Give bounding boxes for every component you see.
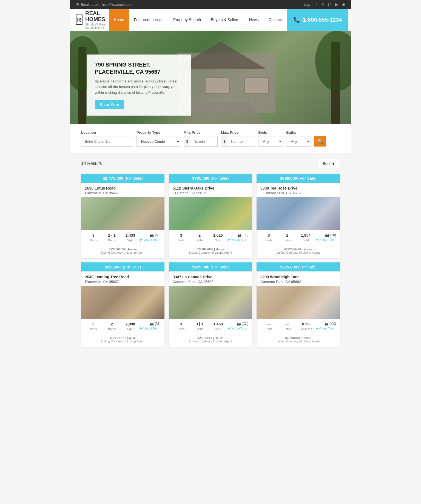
listing-city: Placerville, CA 95667 <box>85 191 161 195</box>
listing-courtesy: Listing Courtesy of Listing Agent <box>85 251 161 254</box>
listing-price: $735,000 <box>192 176 209 181</box>
nav-item-search[interactable]: Property Search <box>168 9 206 31</box>
location-field: Location <box>81 130 133 147</box>
logo-name: REALHOMES <box>85 10 109 22</box>
phone-button[interactable]: 📞 1-800-555-1234 <box>287 9 348 31</box>
baths-value: 2 <box>191 233 208 237</box>
listing-price-bar: $425,000 (For Sale) <box>169 262 252 271</box>
login-link[interactable]: → Login <box>299 2 312 7</box>
stat-baths: 2 | 1 Baths <box>103 233 120 242</box>
listing-info: 3299 Woodleigh Lane Cameron Park, CA 956… <box>257 271 340 284</box>
listing-card: $425,000 (For Sale) 3347 La Canada Drive… <box>169 262 252 347</box>
listing-image-placeholder <box>257 286 340 319</box>
listing-sale-tag: (For Sale) <box>210 265 229 269</box>
listing-courtesy: Listing Courtesy of Listing Agent <box>260 251 336 254</box>
property-type-label: Property Type <box>136 130 180 134</box>
listing-price: $225,000 <box>280 265 297 269</box>
login-label: Login <box>304 2 312 7</box>
hero-address: 790 SPRING STREET, PLACERVILLE, CA 95667 <box>95 61 183 75</box>
stat-beds: 3 Beds <box>173 322 189 331</box>
listing-card: $1,475,000 (For Sale) 1630 Lotus Road Pl… <box>81 174 164 258</box>
listing-image-placeholder <box>81 286 164 319</box>
listing-address: 3347 La Canada Drive <box>173 275 248 279</box>
listing-stats: 3 Beds 2 | 1 Baths 2,433 SqFt 📷 (59) <box>81 230 164 245</box>
virtual-tour-link[interactable]: ▶ Virtual Tour <box>140 238 161 241</box>
camera-icon: 📷 <box>325 322 329 326</box>
login-icon: → <box>299 2 303 7</box>
listing-card: $735,000 (For Sale) 5112 Sierra Oaks Dri… <box>169 174 252 258</box>
virtual-tour-link[interactable]: ▶ Virtual Tour <box>140 327 161 330</box>
listing-mls: #222062069 | House <box>173 248 248 251</box>
sort-button[interactable]: Sort ▼ <box>318 159 340 168</box>
play-icon: ▶ <box>228 238 230 241</box>
virtual-tour-link[interactable]: ▶ Virtual Tour <box>228 327 248 330</box>
listing-mls: #222XXXX | House <box>260 336 336 340</box>
search-icon: 🔍 <box>317 138 323 144</box>
max-price-wrap: $ <box>221 136 255 147</box>
rss-icon[interactable]: ◉ <box>342 2 345 7</box>
results-header: 14 Results Sort ▼ <box>81 159 340 168</box>
max-price-symbol: $ <box>221 136 227 147</box>
play-icon: ▶ <box>228 327 230 330</box>
photo-count: 📷 (59) <box>140 233 161 237</box>
listing-price: $1,475,000 <box>103 176 123 181</box>
listing-image[interactable] <box>169 197 252 230</box>
location-input[interactable] <box>81 136 133 147</box>
listing-city: Cameron Park, CA 95682 <box>173 280 248 284</box>
stat-baths: — Baths <box>279 322 295 331</box>
max-price-input[interactable] <box>227 136 255 147</box>
listing-image[interactable] <box>169 286 252 319</box>
listing-image[interactable] <box>257 197 340 230</box>
play-icon: ▶ <box>316 238 318 241</box>
listing-info: 2649 Leaning Tree Road Placerville, CA 9… <box>81 271 164 284</box>
virtual-tour-link[interactable]: ▶ Virtual Tour <box>228 238 248 241</box>
listing-footer: #222XXXX | House Listing Courtesy of Lis… <box>257 334 340 347</box>
stat-beds: — Beds <box>260 322 277 331</box>
baths-value: — <box>279 322 295 326</box>
nav-item-news[interactable]: News <box>244 9 264 31</box>
nav-item-home[interactable]: Home <box>109 9 129 31</box>
listing-city: El Dorado, CA 95623 <box>173 191 248 195</box>
virtual-tour-link[interactable]: ▶ Virtual Tour <box>316 238 336 241</box>
nav-item-buyers[interactable]: Buyers & Sellers <box>206 9 244 31</box>
property-type-select[interactable]: House / Condo House Condo Apartment Land <box>136 136 180 147</box>
nav-item-featured[interactable]: Featured Listings <box>129 9 168 31</box>
virtual-tour-label: Virtual Tour <box>319 327 334 330</box>
listing-price-bar: $620,000 (For Sale) <box>81 262 164 271</box>
listing-footer: #222XXXX | House Listing Courtesy of Lis… <box>81 334 164 347</box>
stat-photos: 📷 (31) ▶ Virtual Tour <box>140 322 161 330</box>
virtual-tour-link[interactable]: ▶ Virtual Tour <box>316 327 336 330</box>
listing-image[interactable] <box>257 286 340 319</box>
listing-city: El Dorado Hills, CA 95762 <box>260 191 336 195</box>
baths-select[interactable]: Any12345+ <box>286 136 311 147</box>
listing-stats: 3 Beds 2 Baths 1,954 SqFt 📷 (28) <box>257 230 340 245</box>
beds-label: Beds <box>258 130 283 134</box>
instagram-icon[interactable]: ◻ <box>328 2 331 7</box>
virtual-tour-label: Virtual Tour <box>143 238 158 241</box>
listing-stats: 3 Beds 3 | 1 Baths 1,450 SqFt 📷 (XX) <box>169 319 252 334</box>
email-icon: ✉ <box>76 2 79 7</box>
camera-icon: 📷 <box>237 322 241 326</box>
listing-address: 3308 Tea Rose Drive <box>260 186 336 190</box>
facebook-icon[interactable]: f <box>316 2 317 7</box>
youtube-icon[interactable]: ▶ <box>335 2 338 7</box>
listing-info: 1630 Lotus Road Placerville, CA 95667 <box>81 183 164 195</box>
nav-item-contact[interactable]: Contact <box>264 9 287 31</box>
phone-number: 1-800-555-1234 <box>303 17 342 23</box>
stat-beds: 3 Beds <box>85 322 102 331</box>
twitter-icon[interactable]: 𝕏 <box>321 2 324 7</box>
listing-stats: — Beds — Baths 0.39 Lot Acres 📷 (XX) <box>257 319 340 334</box>
listing-image[interactable] <box>81 197 164 230</box>
top-bar-right: → Login f 𝕏 ◻ ▶ ◉ <box>299 2 345 7</box>
top-bar-left: ✉ Email us at : help@example.com <box>76 2 133 7</box>
beds-select[interactable]: Any12345+ <box>258 136 283 147</box>
know-more-button[interactable]: Know More <box>95 100 124 109</box>
search-button[interactable]: 🔍 <box>314 136 326 147</box>
baths-value: 2 | 1 <box>103 233 120 237</box>
camera-icon: 📷 <box>150 322 154 326</box>
listing-image[interactable] <box>81 286 164 319</box>
min-price-input[interactable] <box>190 136 218 147</box>
email-link[interactable]: help@example.com <box>102 2 133 7</box>
baths-value: 2 <box>279 233 295 237</box>
listing-footer: #222062069 | House Listing Courtesy of L… <box>169 245 252 258</box>
